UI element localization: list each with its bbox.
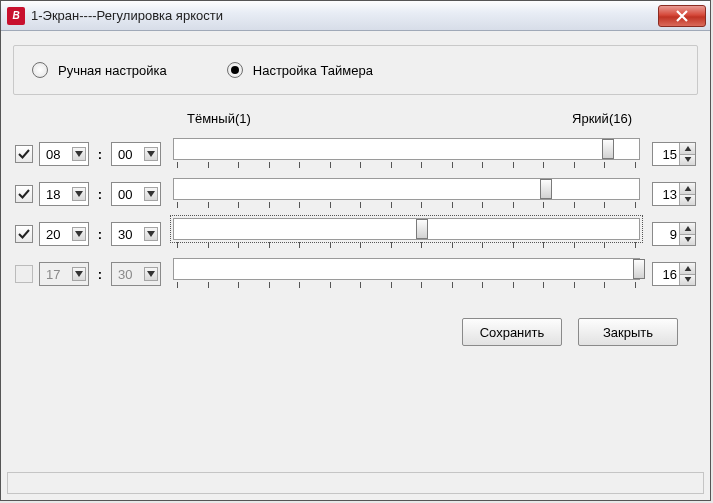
slider-thumb[interactable] [540,179,552,199]
radio-timer-label: Настройка Таймера [253,63,373,78]
time-separator: : [95,267,105,282]
minute-value: 00 [118,187,144,202]
hour-value: 20 [46,227,72,242]
label-dark: Тёмный(1) [187,111,307,126]
minute-select: 30 [111,262,161,286]
time-separator: : [95,147,105,162]
save-button[interactable]: Сохранить [462,318,562,346]
brightness-value: 9 [653,223,679,245]
brightness-slider[interactable] [173,178,640,200]
slider-thumb[interactable] [416,219,428,239]
brightness-slider[interactable] [173,138,640,160]
spin-up-button[interactable] [679,223,695,235]
minute-select[interactable]: 00 [111,182,161,206]
brightness-slider-wrap [173,258,640,290]
chevron-down-icon [72,187,86,201]
spin-up-button[interactable] [679,183,695,195]
label-bright: Яркий(16) [572,111,632,126]
close-icon [675,10,689,22]
save-button-label: Сохранить [480,325,545,340]
minute-select[interactable]: 30 [111,222,161,246]
brightness-spinner[interactable]: 15 [652,142,696,166]
time-separator: : [95,227,105,242]
spin-up-button[interactable] [679,263,695,275]
chevron-down-icon [144,267,158,281]
slider-thumb[interactable] [602,139,614,159]
hour-select[interactable]: 20 [39,222,89,246]
timer-row: 08:0015 [13,134,698,174]
hour-value: 18 [46,187,72,202]
window-close-button[interactable] [658,5,706,27]
chevron-down-icon [144,187,158,201]
slider-ticks [173,160,640,170]
row-enable-checkbox[interactable] [15,225,33,243]
brightness-slider-wrap [173,138,640,170]
status-bar [7,472,704,494]
slider-ticks [173,240,640,250]
spin-down-button[interactable] [679,275,695,286]
minute-value: 30 [118,227,144,242]
brightness-value: 16 [653,263,679,285]
minute-value: 00 [118,147,144,162]
spin-down-button[interactable] [679,235,695,246]
brightness-spinner[interactable]: 13 [652,182,696,206]
mode-group: Ручная настройка Настройка Таймера [13,45,698,95]
spin-down-button[interactable] [679,155,695,166]
brightness-spinner[interactable]: 16 [652,262,696,286]
hour-select[interactable]: 08 [39,142,89,166]
chevron-down-icon [144,227,158,241]
chevron-down-icon [72,267,86,281]
titlebar: B 1-Экран----Регулировка яркости [1,1,710,31]
slider-ticks [173,200,640,210]
hour-select[interactable]: 18 [39,182,89,206]
brightness-slider [173,258,640,280]
row-enable-checkbox[interactable] [15,145,33,163]
slider-thumb [633,259,645,279]
chevron-down-icon [72,227,86,241]
row-enable-checkbox[interactable] [15,185,33,203]
radio-icon [32,62,48,78]
brightness-slider-wrap [173,218,640,250]
close-button-label: Закрыть [603,325,653,340]
radio-manual[interactable]: Ручная настройка [32,62,167,78]
time-separator: : [95,187,105,202]
hour-value: 08 [46,147,72,162]
brightness-slider[interactable] [173,218,640,240]
timer-row: 18:0013 [13,174,698,214]
window-title: 1-Экран----Регулировка яркости [31,8,658,23]
radio-timer[interactable]: Настройка Таймера [227,62,373,78]
brightness-spinner[interactable]: 9 [652,222,696,246]
timer-row: 17:3016 [13,254,698,294]
chevron-down-icon [72,147,86,161]
hour-select: 17 [39,262,89,286]
radio-icon [227,62,243,78]
brightness-value: 13 [653,183,679,205]
brightness-slider-wrap [173,178,640,210]
spin-down-button[interactable] [679,195,695,206]
app-icon: B [7,7,25,25]
radio-manual-label: Ручная настройка [58,63,167,78]
close-button[interactable]: Закрыть [578,318,678,346]
minute-select[interactable]: 00 [111,142,161,166]
chevron-down-icon [144,147,158,161]
brightness-value: 15 [653,143,679,165]
slider-ticks [173,280,640,290]
timer-row: 20:309 [13,214,698,254]
row-enable-checkbox[interactable] [15,265,33,283]
hour-value: 17 [46,267,72,282]
minute-value: 30 [118,267,144,282]
slider-labels: Тёмный(1) Яркий(16) [13,111,698,126]
spin-up-button[interactable] [679,143,695,155]
